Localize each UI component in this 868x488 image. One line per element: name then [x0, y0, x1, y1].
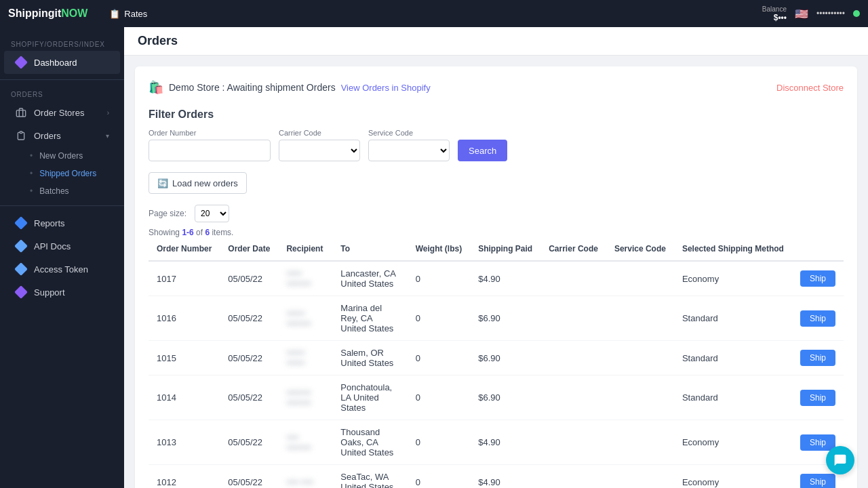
sidebar-divider-1: [0, 79, 124, 80]
orders-tbody: 1017 05/05/22 ••••• •••••••• Lancaster, …: [149, 261, 844, 488]
table-head: Order Number Order Date Recipient To Wei…: [149, 237, 844, 261]
carrier-code-label: Carrier Code: [279, 129, 360, 137]
ship-button[interactable]: Ship: [800, 270, 835, 287]
sidebar-item-support[interactable]: Support: [4, 281, 120, 304]
cell-action: Ship: [792, 261, 844, 296]
sidebar-item-dashboard[interactable]: Dashboard: [4, 51, 120, 74]
cell-service-code: [606, 465, 674, 489]
page-size-label: Page size:: [149, 209, 186, 218]
sidebar-orders-label: Orders: [34, 131, 61, 141]
dashboard-icon: [15, 56, 27, 68]
cell-order-number: 1015: [149, 341, 220, 375]
showing-of: of: [196, 228, 203, 237]
sidebar-item-orders[interactable]: Orders ▾: [4, 124, 120, 147]
batches-label: Batches: [39, 186, 68, 196]
filter-title: Filter Orders: [149, 108, 844, 121]
orders-table: Order Number Order Date Recipient To Wei…: [149, 237, 844, 488]
cell-weight: 0: [408, 261, 470, 296]
ship-button[interactable]: Ship: [800, 434, 835, 451]
cell-service-code: [606, 296, 674, 341]
cell-to: Salem, OR United States: [332, 341, 407, 375]
load-new-orders-label: Load new orders: [172, 178, 238, 188]
store-header: 🛍️ Demo Store : Awaiting shipment Orders…: [149, 80, 844, 95]
carrier-code-field: Carrier Code: [279, 129, 360, 161]
main-content: Orders 🛍️ Demo Store : Awaiting shipment…: [124, 27, 868, 488]
ship-button[interactable]: Ship: [800, 390, 835, 406]
service-code-label: Service Code: [368, 129, 450, 137]
showing-total: 6: [205, 228, 210, 237]
balance-label: Balance: [762, 5, 787, 13]
page-size-select[interactable]: 20 50 100: [195, 205, 229, 222]
access-token-icon: [15, 263, 27, 275]
page-title: Orders: [138, 34, 178, 47]
service-code-select[interactable]: [368, 140, 450, 161]
flag-icon: 🇺🇸: [795, 7, 808, 20]
cell-action: Ship: [792, 375, 844, 420]
sidebar-reports-label: Reports: [34, 218, 65, 228]
table-row: 1013 05/05/22 •••• •••••••• Thousand Oak…: [149, 420, 844, 465]
new-orders-label: New Orders: [39, 151, 83, 161]
ship-button[interactable]: Ship: [800, 310, 835, 327]
col-service-code: Service Code: [606, 237, 674, 261]
col-action: [792, 237, 844, 261]
disconnect-store-button[interactable]: Disconnect Store: [776, 83, 844, 93]
cell-service-code: [606, 420, 674, 465]
cell-recipient: •••••• ••••••••: [278, 296, 332, 341]
reports-icon: [15, 217, 27, 229]
cell-shipping-paid: $6.90: [470, 375, 540, 420]
table-row: 1016 05/05/22 •••••• •••••••• Marina del…: [149, 296, 844, 341]
rates-tab-label: Rates: [124, 9, 147, 19]
cell-to: Thousand Oaks, CA United States: [332, 420, 407, 465]
table-row: 1014 05/05/22 •••••••• •••••••• Ponchato…: [149, 375, 844, 420]
sidebar-item-api-docs[interactable]: API Docs: [4, 235, 120, 258]
cell-shipping-method: Economy: [674, 261, 792, 296]
cell-weight: 0: [408, 465, 470, 489]
username: ••••••••••: [816, 9, 845, 18]
sidebar-item-dashboard-label: Dashboard: [34, 58, 77, 68]
page-header: Orders: [124, 27, 868, 56]
refresh-icon: 🔄: [157, 178, 168, 188]
store-title-area: 🛍️ Demo Store : Awaiting shipment Orders…: [149, 80, 431, 95]
table-header-row: Order Number Order Date Recipient To Wei…: [149, 237, 844, 261]
cell-shipping-method: Economy: [674, 420, 792, 465]
chevron-down-icon: ▾: [106, 132, 109, 140]
sidebar-access-token-label: Access Token: [34, 264, 88, 274]
view-orders-link[interactable]: View Orders in Shopify: [341, 83, 431, 93]
rates-tab[interactable]: 📋 Rates: [101, 9, 155, 19]
store-title-text: Demo Store : Awaiting shipment Orders: [169, 82, 336, 93]
showing-text: Showing 1-6 of 6 items.: [149, 228, 844, 237]
ship-button[interactable]: Ship: [800, 474, 835, 488]
cell-recipient: ••••• ••••••••: [278, 261, 332, 296]
shipped-orders-label: Shipped Orders: [39, 169, 96, 178]
sidebar-divider-2: [0, 205, 124, 206]
ship-button[interactable]: Ship: [800, 350, 835, 366]
search-button[interactable]: Search: [458, 140, 507, 161]
sidebar-item-access-token[interactable]: Access Token: [4, 258, 120, 281]
sidebar-item-shipped-orders[interactable]: Shipped Orders: [30, 165, 124, 182]
cell-order-date: 05/05/22: [220, 375, 278, 420]
cell-order-number: 1012: [149, 465, 220, 489]
order-stores-icon: [15, 106, 27, 119]
orders-section-label: ORDERS: [0, 85, 124, 101]
sidebar-item-new-orders[interactable]: New Orders: [30, 147, 124, 165]
pagination-row: Page size: 20 50 100: [149, 205, 844, 222]
topnav-right: Balance $••• 🇺🇸 ••••••••••: [762, 5, 860, 22]
online-status-icon: [853, 10, 860, 17]
cell-shipping-paid: $4.90: [470, 465, 540, 489]
load-new-orders-button[interactable]: 🔄 Load new orders: [149, 172, 247, 194]
cell-shipping-method: Standard: [674, 296, 792, 341]
cell-to: SeaTac, WA United States: [332, 465, 407, 489]
showing-range: 1-6: [182, 228, 193, 237]
sidebar-item-batches[interactable]: Batches: [30, 182, 124, 200]
sidebar-item-reports[interactable]: Reports: [4, 211, 120, 235]
sidebar-api-docs-label: API Docs: [34, 241, 71, 251]
sidebar-item-order-stores[interactable]: Order Stores ›: [4, 101, 120, 124]
cell-to: Ponchatoula, LA United States: [332, 375, 407, 420]
col-order-date: Order Date: [220, 237, 278, 261]
chat-bubble[interactable]: [826, 446, 854, 474]
order-number-input[interactable]: [149, 140, 271, 161]
cell-order-number: 1014: [149, 375, 220, 420]
carrier-code-select[interactable]: [279, 140, 360, 161]
cell-recipient: •••••• ••••••: [278, 341, 332, 375]
cell-recipient: •••• ••••••••: [278, 420, 332, 465]
